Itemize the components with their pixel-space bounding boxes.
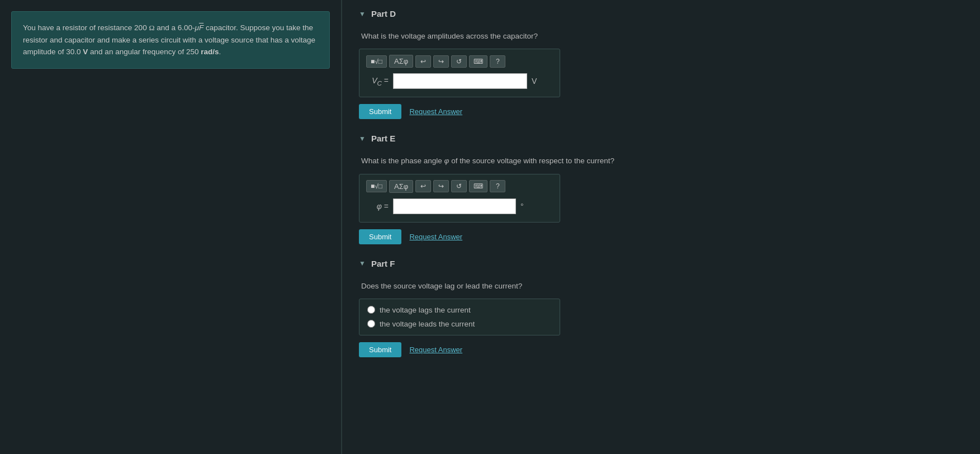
part-e-request-answer[interactable]: Request Answer <box>409 233 462 241</box>
part-e-answer-box: ■√□ ΑΣφ ↩ ↪ ↺ ⌨ ? φ = ° <box>359 174 560 223</box>
matrix-btn-e[interactable]: ■√□ <box>366 180 387 192</box>
part-f-option-1[interactable]: the voltage lags the current <box>367 306 552 314</box>
part-e-input-label: φ = <box>366 202 389 211</box>
part-d-action-row: Submit Request Answer <box>359 104 963 119</box>
part-f-radio-2[interactable] <box>367 320 375 328</box>
part-f-radio-1[interactable] <box>367 306 375 314</box>
part-d-toolbar: ■√□ ΑΣφ ↩ ↪ ↺ ⌨ ? <box>366 55 553 68</box>
part-f-title: Part F <box>371 259 395 268</box>
part-d-submit[interactable]: Submit <box>359 104 401 119</box>
formula-btn-d[interactable]: ΑΣφ <box>389 55 413 68</box>
reset-btn-d[interactable]: ↺ <box>451 55 467 68</box>
part-d-header: ▼ Part D <box>359 6 963 22</box>
part-d-unit: V <box>532 77 537 86</box>
help-btn-d[interactable]: ? <box>490 55 505 68</box>
part-e-question: What is the phase angle φ of the source … <box>359 155 963 167</box>
part-d-section: ▼ Part D What is the voltage amplitudes … <box>359 6 963 119</box>
part-d-input-row: VC = V <box>366 73 553 89</box>
part-e-unit: ° <box>520 202 524 211</box>
reset-btn-e[interactable]: ↺ <box>451 180 467 192</box>
part-f-option-2[interactable]: the voltage leads the current <box>367 320 552 328</box>
redo-btn-e[interactable]: ↪ <box>433 180 449 192</box>
undo-btn-d[interactable]: ↩ <box>415 55 431 68</box>
part-d-title: Part D <box>371 9 396 18</box>
part-e-action-row: Submit Request Answer <box>359 229 963 244</box>
left-panel: You have a resistor of resistance 200 Ω … <box>0 0 341 454</box>
part-f-action-row: Submit Request Answer <box>359 342 963 357</box>
part-d-chevron[interactable]: ▼ <box>359 10 366 18</box>
undo-btn-e[interactable]: ↩ <box>415 180 431 192</box>
part-e-input-row: φ = ° <box>366 198 553 214</box>
part-f-question: Does the source voltage lag or lead the … <box>359 281 963 292</box>
part-f-option-2-label: the voltage leads the current <box>380 320 475 328</box>
part-e-submit[interactable]: Submit <box>359 229 401 244</box>
problem-description: You have a resistor of resistance 200 Ω … <box>11 11 330 69</box>
part-f-options-box: the voltage lags the current the voltage… <box>359 299 560 335</box>
part-f-section: ▼ Part F Does the source voltage lag or … <box>359 256 963 357</box>
part-d-question: What is the voltage amplitudes across th… <box>359 31 963 42</box>
part-d-input[interactable] <box>393 73 527 89</box>
formula-btn-e[interactable]: ΑΣφ <box>389 180 413 193</box>
part-f-request-answer[interactable]: Request Answer <box>409 346 462 354</box>
problem-text: You have a resistor of resistance 200 Ω … <box>23 23 315 56</box>
part-e-section: ▼ Part E What is the phase angle φ of th… <box>359 130 963 244</box>
redo-btn-d[interactable]: ↪ <box>433 55 449 68</box>
part-e-chevron[interactable]: ▼ <box>359 135 366 143</box>
matrix-btn-d[interactable]: ■√□ <box>366 55 387 68</box>
part-d-answer-box: ■√□ ΑΣφ ↩ ↪ ↺ ⌨ ? VC = V <box>359 49 560 97</box>
part-f-submit[interactable]: Submit <box>359 342 401 357</box>
part-d-input-label: VC = <box>366 76 389 87</box>
right-panel: ▼ Part D What is the voltage amplitudes … <box>342 0 980 454</box>
part-f-option-1-label: the voltage lags the current <box>380 306 471 314</box>
part-f-header: ▼ Part F <box>359 256 963 272</box>
keyboard-btn-e[interactable]: ⌨ <box>469 180 487 192</box>
part-f-chevron[interactable]: ▼ <box>359 259 366 267</box>
part-e-title: Part E <box>371 134 395 143</box>
part-d-request-answer[interactable]: Request Answer <box>409 107 462 116</box>
help-btn-e[interactable]: ? <box>490 180 505 192</box>
part-e-input[interactable] <box>393 198 516 214</box>
part-e-header: ▼ Part E <box>359 130 963 146</box>
keyboard-btn-d[interactable]: ⌨ <box>469 55 487 68</box>
part-e-toolbar: ■√□ ΑΣφ ↩ ↪ ↺ ⌨ ? <box>366 180 553 193</box>
